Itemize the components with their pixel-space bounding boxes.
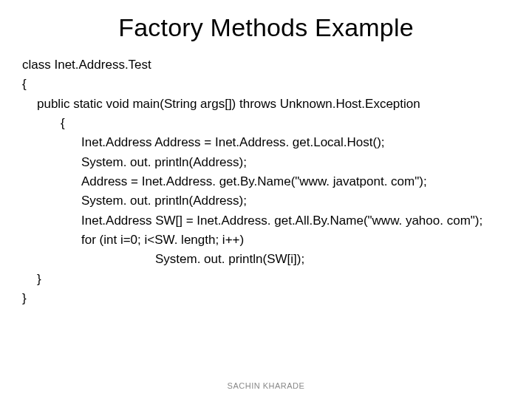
slide: Factory Methods Example class Inet.Addre… [0, 0, 532, 399]
code-line: public static void main(String args[]) t… [37, 95, 510, 114]
code-line: System. out. println(SW[i]); [155, 250, 510, 269]
code-line: Inet.Address Address = Inet.Address. get… [81, 133, 510, 152]
code-line: class Inet.Address.Test [22, 55, 510, 75]
code-line: System. out. println(Address); [81, 191, 510, 211]
footer-author: SACHIN KHARADE [0, 381, 532, 390]
slide-title: Factory Methods Example [22, 13, 510, 42]
code-block: class Inet.Address.Test { public static … [22, 55, 510, 308]
code-line: for (int i=0; i<SW. length; i++) [81, 231, 510, 250]
code-line: { [61, 114, 510, 133]
code-line: { [22, 75, 510, 94]
code-line: Address = Inet.Address. get.By.Name("www… [81, 172, 510, 191]
code-line: } [37, 270, 510, 289]
code-line: Inet.Address SW[] = Inet.Address. get.Al… [81, 211, 510, 231]
code-line: System. out. println(Address); [81, 153, 510, 172]
code-line: } [22, 289, 510, 308]
